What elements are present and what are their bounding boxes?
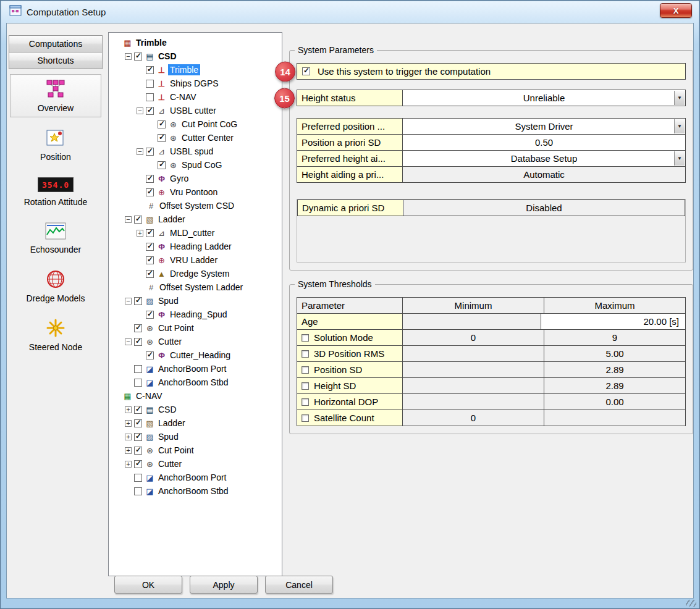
tree-item[interactable]: Cutter [111,457,280,471]
tree-checkbox[interactable] [134,52,142,61]
tree-checkbox[interactable] [146,311,154,319]
sidebar-item-dredge-models[interactable]: Dredge Models [10,264,101,308]
tree-checkbox[interactable] [146,148,154,156]
tree-item[interactable]: Trimble [111,36,280,49]
cancel-button[interactable]: Cancel [265,576,333,594]
tree-checkbox[interactable] [146,270,154,278]
tree-item[interactable]: Heading Ladder [111,240,280,253]
collapse-icon[interactable] [137,107,143,114]
tree-item[interactable]: Cutter Center [111,131,280,145]
tree-item[interactable]: AnchorBoom Port [111,362,280,376]
tree-item[interactable]: Cutter [111,335,280,348]
tree-checkbox[interactable] [134,379,142,387]
preferred-position-select[interactable]: System Driver [402,118,686,135]
tree-checkbox[interactable] [134,474,142,482]
tree-item[interactable]: Ladder [111,212,280,226]
expand-icon[interactable] [125,434,132,440]
tree-checkbox[interactable] [146,243,154,251]
tree-checkbox[interactable] [134,406,142,414]
resize-grip[interactable] [686,600,696,607]
expand-icon[interactable] [125,447,132,454]
tree-checkbox[interactable] [134,433,142,441]
tree-item[interactable]: C-NAV [111,389,280,403]
expand-icon[interactable] [125,461,132,468]
expand-icon[interactable] [137,230,143,237]
threshold-age-max-input[interactable]: 20.00 [s] [541,313,686,330]
tree-item[interactable]: Spud CoG [111,158,280,172]
tree-item[interactable]: MLD_cutter [111,226,280,240]
chevron-down-icon[interactable] [674,119,685,133]
threshold-checkbox[interactable] [302,334,309,342]
tree-checkbox[interactable] [146,256,154,264]
threshold-checkbox[interactable] [302,350,309,358]
titlebar[interactable]: Computation Setup X [1,1,699,23]
trigger-checkbox[interactable] [302,67,310,75]
tree-checkbox[interactable] [146,80,154,88]
tree-checkbox[interactable] [134,487,142,495]
tree-checkbox[interactable] [134,338,142,346]
tree-item[interactable]: VRU Ladder [111,253,280,267]
threshold-checkbox[interactable] [302,398,309,406]
tree-item[interactable]: C-NAV [111,90,280,104]
tree-checkbox[interactable] [134,460,142,468]
threshold-checkbox[interactable] [302,414,309,422]
tree-checkbox[interactable] [146,107,154,115]
ok-button[interactable]: OK [114,576,182,594]
sidebar-item-echosounder[interactable]: Echosounder [10,217,101,259]
tree-checkbox[interactable] [158,134,166,142]
tree-item[interactable]: CSD [111,49,280,63]
tree-item[interactable]: Heading_Spud [111,308,280,321]
sidebar-item-position[interactable]: Position [10,123,101,166]
sidebar-item-steered-node[interactable]: Steered Node [10,313,101,356]
tab-computations[interactable]: Computations [9,35,103,52]
tree-checkbox[interactable] [158,120,166,128]
sidebar-item-overview[interactable]: Overview [10,74,101,117]
tree-item[interactable]: CSD [111,403,280,416]
apply-button[interactable]: Apply [190,576,258,594]
tree-checkbox[interactable] [146,351,154,359]
collapse-icon[interactable] [125,338,132,345]
tree-item[interactable]: Ships DGPS [111,77,280,90]
tree-item[interactable]: Cutter_Heading [111,348,280,362]
tree-checkbox[interactable] [134,365,142,373]
tree-checkbox[interactable] [146,188,154,196]
tree-item[interactable]: USBL spud [111,145,280,158]
close-button[interactable]: X [660,3,692,18]
threshold-checkbox[interactable] [302,382,309,390]
tree-checkbox[interactable] [134,297,142,305]
tree-item[interactable]: Offset System CSD [111,199,280,212]
tree-checkbox[interactable] [146,175,154,183]
tree-item[interactable]: Offset System Ladder [111,280,280,294]
sidebar-item-rotation-attitude[interactable]: 354.0 Rotation Attitude [10,172,101,211]
collapse-icon[interactable] [137,148,143,155]
tree-item[interactable]: USBL cutter [111,104,280,117]
chevron-down-icon[interactable] [674,151,685,166]
preferred-height-select[interactable]: Database Setup [402,150,686,167]
tree-checkbox[interactable] [134,216,142,224]
tree-item[interactable]: Cut Point [111,443,280,457]
tree-checkbox[interactable] [134,447,142,455]
trigger-computation-row[interactable]: 14 Use this system to trigger the comput… [297,63,686,80]
tree-item[interactable]: Vru Pontoon [111,185,280,199]
tree-checkbox[interactable] [146,229,154,237]
expand-icon[interactable] [125,406,132,413]
position-apriori-sd-input[interactable]: 0.50 [402,134,686,151]
tree-item[interactable]: Gyro [111,172,280,185]
tree-item[interactable]: AnchorBoom Port [111,471,280,484]
chevron-down-icon[interactable] [674,91,685,105]
tree-checkbox[interactable] [146,93,154,101]
expand-icon[interactable] [125,420,132,427]
collapse-icon[interactable] [125,216,132,223]
tree-item[interactable]: AnchorBoom Stbd [111,376,280,389]
tree-item[interactable]: Spud [111,430,280,443]
tab-shortcuts[interactable]: Shortcuts [9,52,103,69]
collapse-icon[interactable] [125,298,132,304]
tree-checkbox[interactable] [146,66,154,74]
tree-checkbox[interactable] [134,324,142,332]
tree-item[interactable]: Dredge System [111,267,280,280]
tree-item-selected[interactable]: Trimble [111,63,280,77]
tree-item[interactable]: Cut Point CoG [111,117,280,131]
tree-item[interactable]: AnchorBoom Stbd [111,484,280,498]
tree-item[interactable]: Spud [111,294,280,308]
tree-checkbox[interactable] [158,161,166,169]
